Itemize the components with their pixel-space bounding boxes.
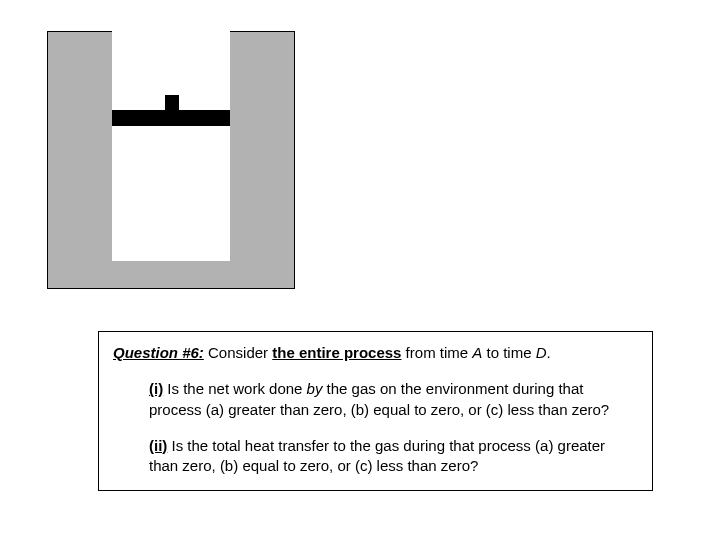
cylinder-cavity bbox=[112, 31, 230, 261]
part-ii: (ii) Is the total heat transfer to the g… bbox=[149, 436, 636, 477]
time-a: A bbox=[472, 344, 482, 361]
title-end: . bbox=[547, 344, 551, 361]
piston bbox=[112, 110, 230, 126]
part-i-text-1: Is the net work done bbox=[163, 380, 306, 397]
title-text-1: Consider bbox=[204, 344, 272, 361]
question-title: Question #6: Consider the entire process… bbox=[113, 343, 636, 363]
piston-knob bbox=[165, 95, 179, 110]
question-box: Question #6: Consider the entire process… bbox=[98, 331, 653, 491]
title-text-3: to time bbox=[482, 344, 535, 361]
part-ii-label: (ii) bbox=[149, 437, 167, 454]
time-d: D bbox=[536, 344, 547, 361]
part-i-by: by bbox=[307, 380, 323, 397]
title-underlined: the entire process bbox=[272, 344, 401, 361]
part-i-label: (i) bbox=[149, 380, 163, 397]
question-label: Question #6: bbox=[113, 344, 204, 361]
piston-cylinder-diagram bbox=[47, 31, 295, 289]
title-text-2: from time bbox=[401, 344, 472, 361]
part-i: (i) Is the net work done by the gas on t… bbox=[149, 379, 636, 420]
part-ii-text: Is the total heat transfer to the gas du… bbox=[149, 437, 605, 474]
